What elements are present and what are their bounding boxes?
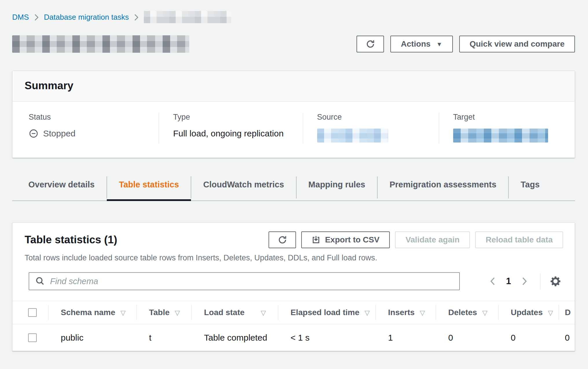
breadcrumb-current-redacted: [144, 11, 231, 23]
table-preferences-button[interactable]: [548, 274, 563, 289]
select-all-checkbox[interactable]: [28, 308, 37, 317]
cell-table: t: [136, 324, 191, 351]
table-header-row: Schema name▽ Table▽ Load state▽ Elapsed …: [12, 301, 575, 324]
summary-status-column: Status Stopped: [12, 113, 159, 144]
column-header-deletes: Deletes▽: [436, 301, 498, 324]
quick-view-label: Quick view and compare: [470, 39, 565, 49]
cell-deletes: 0: [436, 324, 498, 351]
reload-table-data-label: Reload table data: [486, 235, 553, 244]
validate-again-label: Validate again: [405, 235, 460, 244]
column-header-clipped: D: [558, 301, 575, 324]
target-label: Target: [453, 113, 566, 122]
sort-icon[interactable]: ▽: [548, 309, 553, 317]
tab-bar: Overview details Table statistics CloudW…: [12, 176, 575, 201]
export-csv-button[interactable]: Export to CSV: [301, 231, 390, 248]
breadcrumb-link-dms[interactable]: DMS: [12, 13, 29, 22]
type-value: Full load, ongoing replication: [173, 129, 294, 138]
breadcrumb-chevron-icon: [134, 13, 139, 21]
status-text: Stopped: [43, 129, 76, 138]
current-page-number: 1: [499, 276, 518, 286]
sort-icon[interactable]: ▽: [120, 309, 126, 317]
column-header-load-state: Load state▽: [191, 301, 278, 324]
minus-circle-icon: [29, 129, 38, 138]
task-name-redacted: [12, 35, 189, 53]
gear-icon: [549, 275, 562, 288]
sort-icon[interactable]: ▽: [261, 309, 266, 317]
validate-again-button[interactable]: Validate again: [395, 231, 470, 248]
column-header-schema-name: Schema name▽: [48, 301, 136, 324]
quick-view-compare-button[interactable]: Quick view and compare: [459, 36, 575, 52]
summary-title: Summary: [25, 80, 563, 92]
breadcrumb-chevron-icon: [34, 13, 39, 21]
tab-tags[interactable]: Tags: [508, 176, 552, 201]
tab-mapping-rules[interactable]: Mapping rules: [296, 176, 378, 201]
export-csv-label: Export to CSV: [325, 235, 379, 244]
source-value-redacted: [317, 129, 388, 143]
cell-load-state: Table completed: [191, 324, 278, 351]
table-statistics-table: Schema name▽ Table▽ Load state▽ Elapsed …: [12, 301, 575, 351]
cell-schema-name: public: [48, 324, 136, 351]
find-schema-input[interactable]: [29, 272, 460, 290]
cell-clipped: 0: [558, 324, 575, 351]
column-header-inserts: Inserts▽: [375, 301, 436, 324]
tab-overview-details[interactable]: Overview details: [12, 176, 107, 201]
previous-page-button[interactable]: [486, 275, 499, 288]
table-statistics-actions: Export to CSV Validate again Reload tabl…: [269, 231, 563, 248]
summary-type-column: Type Full load, ongoing replication: [159, 113, 302, 144]
status-value: Stopped: [29, 129, 150, 138]
table-refresh-button[interactable]: [269, 231, 296, 248]
actions-button-label: Actions: [401, 39, 431, 49]
refresh-icon: [366, 39, 375, 49]
row-checkbox[interactable]: [28, 333, 37, 342]
tab-cloudwatch-metrics[interactable]: CloudWatch metrics: [191, 176, 296, 201]
sort-icon[interactable]: ▽: [482, 309, 488, 317]
tab-table-statistics[interactable]: Table statistics: [107, 176, 191, 201]
breadcrumb-link-migration-tasks[interactable]: Database migration tasks: [44, 13, 129, 22]
sort-icon[interactable]: ▽: [175, 309, 180, 317]
column-header-updates: Updates▽: [498, 301, 558, 324]
sort-icon[interactable]: ▽: [420, 309, 425, 317]
pagination-divider: [540, 273, 541, 289]
table-statistics-title: Table statistics (1): [25, 234, 117, 246]
refresh-icon: [278, 235, 287, 244]
actions-button[interactable]: Actions ▼: [390, 36, 453, 52]
status-label: Status: [29, 113, 150, 122]
cell-updates: 0: [498, 324, 558, 351]
summary-target-column: Target: [439, 113, 575, 144]
table-row: public t Table completed < 1 s 1 0 0 0: [12, 324, 575, 351]
source-label: Source: [317, 113, 430, 122]
table-statistics-description: Total rows include loaded source table r…: [25, 253, 563, 262]
summary-card-header: Summary: [12, 71, 575, 102]
column-header-table: Table▽: [136, 301, 191, 324]
sort-icon[interactable]: ▽: [365, 309, 370, 317]
table-statistics-card: Table statistics (1) Export to CSV Valid…: [12, 222, 575, 351]
download-icon: [312, 235, 320, 244]
header-actions: Actions ▼ Quick view and compare: [357, 36, 575, 52]
summary-grid: Status Stopped Type Full load, ongoing r…: [12, 102, 575, 158]
pagination: 1: [486, 273, 563, 289]
breadcrumb: DMS Database migration tasks: [0, 0, 588, 23]
table-statistics-header: Table statistics (1) Export to CSV Valid…: [12, 223, 575, 248]
target-value-redacted: [453, 129, 548, 143]
column-header-elapsed-load-time: Elapsed load time▽: [278, 301, 375, 324]
filter-row: 1: [29, 272, 563, 290]
caret-down-icon: ▼: [436, 41, 442, 47]
type-label: Type: [173, 113, 294, 122]
search-box: [29, 272, 460, 290]
reload-table-data-button[interactable]: Reload table data: [475, 231, 563, 248]
summary-card: Summary Status Stopped Type Full load, o…: [12, 71, 575, 158]
refresh-button[interactable]: [357, 36, 384, 52]
cell-elapsed-load-time: < 1 s: [278, 324, 375, 351]
next-page-button[interactable]: [518, 275, 531, 288]
page-header: Actions ▼ Quick view and compare: [12, 35, 575, 53]
summary-source-column: Source: [303, 113, 439, 144]
cell-inserts: 1: [375, 324, 436, 351]
chevron-right-icon: [521, 276, 528, 286]
chevron-left-icon: [489, 276, 496, 286]
tab-premigration-assessments[interactable]: Premigration assessments: [377, 176, 508, 201]
